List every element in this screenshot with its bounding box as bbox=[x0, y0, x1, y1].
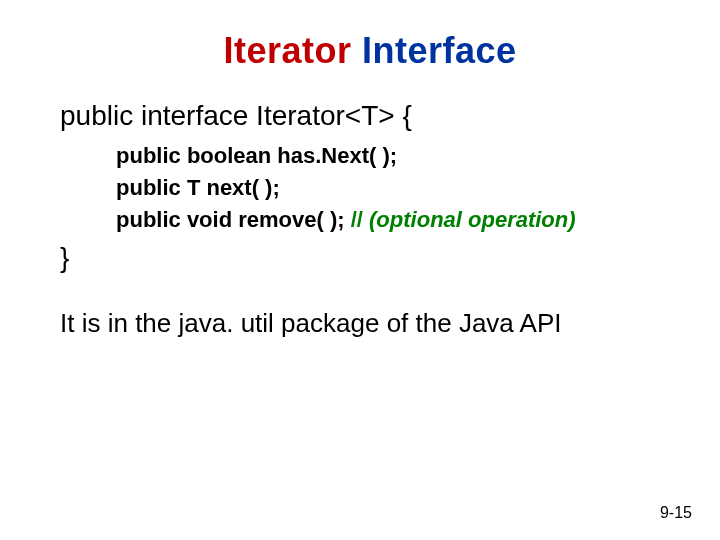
comment-text: (optional operation) bbox=[369, 207, 576, 232]
page-number: 9-15 bbox=[660, 504, 692, 522]
slide: Iterator Interface public interface Iter… bbox=[0, 0, 720, 540]
method-remove-signature: public void remove( ); bbox=[116, 207, 351, 232]
title-part-interface: Interface bbox=[362, 30, 517, 71]
body-text: It is in the java. util package of the J… bbox=[60, 308, 680, 339]
method-next: public T next( ); bbox=[116, 172, 680, 204]
method-hasnext: public boolean has.Next( ); bbox=[116, 140, 680, 172]
slide-title: Iterator Interface bbox=[60, 30, 680, 72]
method-remove: public void remove( ); // (optional oper… bbox=[116, 204, 680, 236]
title-part-iterator: Iterator bbox=[223, 30, 362, 71]
interface-declaration: public interface Iterator<T> { bbox=[60, 100, 680, 132]
close-brace: } bbox=[60, 242, 680, 274]
comment-slashes: // bbox=[351, 207, 369, 232]
method-block: public boolean has.Next( ); public T nex… bbox=[116, 140, 680, 236]
